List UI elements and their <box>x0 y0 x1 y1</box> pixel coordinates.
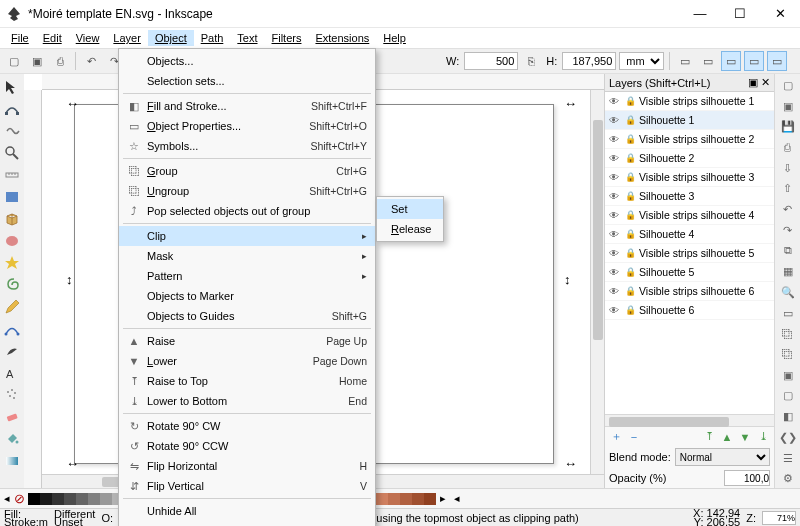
menu-file[interactable]: File <box>4 30 36 46</box>
layers-scrollbar-h[interactable] <box>605 414 774 426</box>
color-swatch[interactable] <box>376 493 388 505</box>
menu-rotate-cw[interactable]: ↻Rotate 90° CW <box>119 416 375 436</box>
color-swatch[interactable] <box>388 493 400 505</box>
color-swatch[interactable] <box>28 493 40 505</box>
visibility-icon[interactable]: 👁 <box>609 229 621 240</box>
menu-pattern[interactable]: Pattern▸ <box>119 266 375 286</box>
layer-add-icon[interactable]: ＋ <box>609 430 623 444</box>
selection-handle[interactable]: ↔ <box>564 456 574 466</box>
gradient-tool-icon[interactable] <box>1 450 23 472</box>
layer-row[interactable]: 👁🔒Silhouette 2 <box>605 149 774 168</box>
menu-filters[interactable]: Filters <box>265 30 309 46</box>
lock-icon[interactable]: 🔒 <box>625 229 635 239</box>
menu-help[interactable]: Help <box>376 30 413 46</box>
tweak-tool-icon[interactable] <box>1 120 23 142</box>
lock-icon[interactable]: 🔒 <box>625 286 635 296</box>
layer-row[interactable]: 👁🔒Visible strips silhouette 5 <box>605 244 774 263</box>
sb-duplicate-icon[interactable]: ⿻ <box>778 324 798 343</box>
menu-clip[interactable]: Clip▸ <box>119 226 375 246</box>
units-select[interactable]: mm <box>619 52 664 70</box>
layer-top-icon[interactable]: ⤒ <box>702 430 716 444</box>
palette-menu-icon[interactable]: ◂ <box>450 492 464 505</box>
menu-flip-v[interactable]: ⇵Flip VerticalV <box>119 476 375 496</box>
menu-group[interactable]: ⿻GroupCtrl+G <box>119 161 375 181</box>
menu-text[interactable]: Text <box>230 30 264 46</box>
sb-open-icon[interactable]: ▣ <box>778 97 798 116</box>
sb-paste-icon[interactable]: ▦ <box>778 262 798 281</box>
node-tool-icon[interactable] <box>1 98 23 120</box>
menu-symbols[interactable]: ☆Symbols...Shift+Ctrl+Y <box>119 136 375 156</box>
opacity-input[interactable] <box>724 470 770 486</box>
menu-lower-bottom[interactable]: ⤓Lower to BottomEnd <box>119 391 375 411</box>
palette-scroll-right-icon[interactable]: ▸ <box>436 492 450 505</box>
visibility-icon[interactable]: 👁 <box>609 305 621 316</box>
menu-edit[interactable]: Edit <box>36 30 69 46</box>
color-swatch[interactable] <box>40 493 52 505</box>
layer-row[interactable]: 👁🔒Visible strips silhouette 3 <box>605 168 774 187</box>
affect-icon[interactable]: ▭ <box>675 51 695 71</box>
visibility-icon[interactable]: 👁 <box>609 96 621 107</box>
fill-tool-icon[interactable] <box>1 428 23 450</box>
lock-icon[interactable]: 🔒 <box>625 96 635 106</box>
lock-icon[interactable]: 🔒 <box>625 115 635 125</box>
panel-close-icon[interactable]: ✕ <box>761 76 770 89</box>
affect-icon[interactable]: ▭ <box>744 51 764 71</box>
layer-row[interactable]: 👁🔒Visible strips silhouette 2 <box>605 130 774 149</box>
color-swatch[interactable] <box>52 493 64 505</box>
visibility-icon[interactable]: 👁 <box>609 134 621 145</box>
sb-save-icon[interactable]: 💾 <box>778 117 798 136</box>
menu-fill-stroke[interactable]: ◧Fill and Stroke...Shift+Ctrl+F <box>119 96 375 116</box>
layer-row[interactable]: 👁🔒Silhouette 1 <box>605 111 774 130</box>
sb-ungroup-icon[interactable]: ▢ <box>778 387 798 406</box>
visibility-icon[interactable]: 👁 <box>609 191 621 202</box>
sb-prefs-icon[interactable]: ⚙ <box>778 469 798 488</box>
lock-ratio-icon[interactable]: ⎘ <box>521 51 541 71</box>
layer-up-icon[interactable]: ▲ <box>720 430 734 444</box>
menu-extensions[interactable]: Extensions <box>308 30 376 46</box>
sb-zoomfit-icon[interactable]: ▭ <box>778 304 798 323</box>
text-tool-icon[interactable]: A <box>1 362 23 384</box>
sb-group-icon[interactable]: ▣ <box>778 366 798 385</box>
layer-row[interactable]: 👁🔒Silhouette 4 <box>605 225 774 244</box>
visibility-icon[interactable]: 👁 <box>609 248 621 259</box>
affect-icon[interactable]: ▭ <box>721 51 741 71</box>
menu-object-properties[interactable]: ▭Object Properties...Shift+Ctrl+O <box>119 116 375 136</box>
layer-bottom-icon[interactable]: ⤓ <box>756 430 770 444</box>
3dbox-tool-icon[interactable] <box>1 208 23 230</box>
layer-row[interactable]: 👁🔒Silhouette 5 <box>605 263 774 282</box>
sb-copy-icon[interactable]: ⧉ <box>778 242 798 261</box>
bezier-tool-icon[interactable] <box>1 318 23 340</box>
color-swatch[interactable] <box>88 493 100 505</box>
lock-icon[interactable]: 🔒 <box>625 191 635 201</box>
visibility-icon[interactable]: 👁 <box>609 172 621 183</box>
menu-objects[interactable]: Objects... <box>119 51 375 71</box>
tool-save-icon[interactable]: ⎙ <box>50 51 70 71</box>
sb-import-icon[interactable]: ⇩ <box>778 159 798 178</box>
layer-row[interactable]: 👁🔒Silhouette 3 <box>605 187 774 206</box>
measure-tool-icon[interactable] <box>1 164 23 186</box>
color-swatch[interactable] <box>424 493 436 505</box>
sb-print-icon[interactable]: ⎙ <box>778 138 798 157</box>
menu-objects-to-guides[interactable]: Objects to GuidesShift+G <box>119 306 375 326</box>
menu-ungroup[interactable]: ⿻UngroupShift+Ctrl+G <box>119 181 375 201</box>
lock-icon[interactable]: 🔒 <box>625 134 635 144</box>
minimize-button[interactable]: — <box>680 0 720 28</box>
layer-remove-icon[interactable]: − <box>627 430 641 444</box>
rect-tool-icon[interactable] <box>1 186 23 208</box>
width-input[interactable] <box>464 52 518 70</box>
palette-scroll-left-icon[interactable]: ◂ <box>0 492 14 505</box>
selector-tool-icon[interactable] <box>1 76 23 98</box>
visibility-icon[interactable]: 👁 <box>609 153 621 164</box>
star-tool-icon[interactable] <box>1 252 23 274</box>
menu-flip-h[interactable]: ⇋Flip HorizontalH <box>119 456 375 476</box>
layer-row[interactable]: 👁🔒Visible strips silhouette 1 <box>605 92 774 111</box>
menu-path[interactable]: Path <box>194 30 231 46</box>
menu-object[interactable]: Object <box>148 30 194 46</box>
sb-xml-icon[interactable]: ❮❯ <box>778 428 798 447</box>
visibility-icon[interactable]: 👁 <box>609 267 621 278</box>
pencil-tool-icon[interactable] <box>1 296 23 318</box>
maximize-button[interactable]: ☐ <box>720 0 760 28</box>
lock-icon[interactable]: 🔒 <box>625 172 635 182</box>
lock-icon[interactable]: 🔒 <box>625 267 635 277</box>
sb-zoom-icon[interactable]: 🔍 <box>778 283 798 302</box>
